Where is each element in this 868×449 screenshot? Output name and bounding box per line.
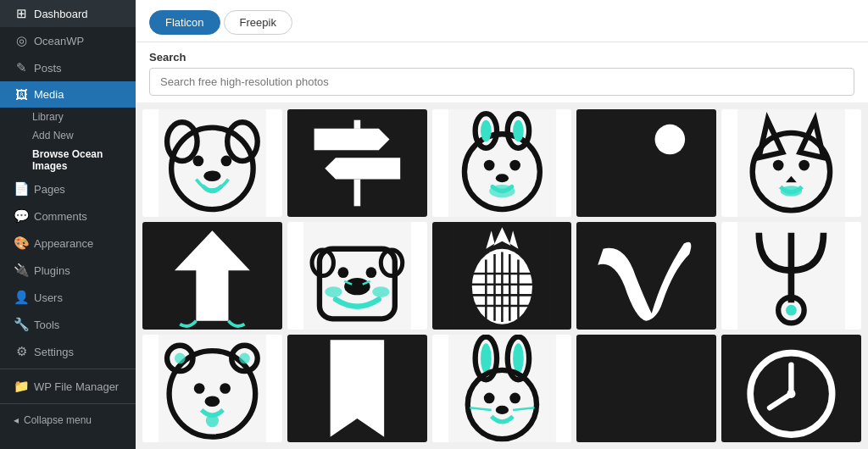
svg-point-80 <box>513 343 524 374</box>
sidebar-item-comments[interactable]: 💬 Comments <box>0 202 136 230</box>
icon-grid <box>136 103 868 449</box>
svg-point-29 <box>798 160 810 171</box>
pages-icon: 📄 <box>14 181 29 197</box>
sidebar-item-users[interactable]: 👤 Users <box>0 284 136 311</box>
media-icon: 🖼 <box>14 87 29 102</box>
main-content: Flaticon Freepik Search <box>136 0 868 449</box>
sidebar-item-tools[interactable]: 🔧 Tools <box>0 311 136 338</box>
icon-rabbit-face[interactable] <box>432 335 572 442</box>
svg-point-4 <box>193 156 204 167</box>
svg-point-73 <box>239 353 250 364</box>
filemanager-icon: 📁 <box>14 379 29 394</box>
svg-point-84 <box>495 406 508 414</box>
svg-point-83 <box>509 393 520 404</box>
sidebar-item-settings[interactable]: ⚙ Settings <box>0 338 136 365</box>
svg-point-82 <box>483 393 494 404</box>
svg-point-68 <box>194 383 205 394</box>
media-library-link[interactable]: Library <box>25 108 136 126</box>
icon-signs[interactable] <box>287 109 427 217</box>
svg-marker-9 <box>325 158 400 179</box>
users-icon: 👤 <box>14 290 29 305</box>
svg-point-16 <box>481 120 492 141</box>
svg-point-69 <box>220 383 231 394</box>
dashboard-icon: ⊞ <box>14 6 29 21</box>
search-input[interactable] <box>149 68 854 96</box>
sidebar-item-oceanwp[interactable]: ◎ OceanWP <box>0 27 136 54</box>
icon-clock[interactable] <box>721 335 861 442</box>
svg-rect-87 <box>593 335 700 442</box>
sidebar-item-dashboard[interactable]: ⊞ Dashboard <box>0 0 136 27</box>
tab-flaticon[interactable]: Flaticon <box>149 10 220 35</box>
svg-point-72 <box>175 353 186 364</box>
media-submenu: Library Add New Browse Ocean Images <box>0 108 136 175</box>
tab-bar: Flaticon Freepik <box>136 0 868 42</box>
posts-icon: ✎ <box>14 60 29 75</box>
settings-icon: ⚙ <box>14 344 29 359</box>
svg-point-38 <box>337 267 348 278</box>
icon-pineapple[interactable] <box>432 222 572 330</box>
svg-point-20 <box>495 174 508 182</box>
svg-point-6 <box>203 170 220 181</box>
sidebar-item-wpfilemanager[interactable]: 📁 WP File Manager <box>0 373 136 400</box>
sidebar-divider-2 <box>0 403 136 404</box>
svg-point-5 <box>221 156 232 167</box>
svg-point-21 <box>489 185 515 197</box>
icon-dark-square-circle[interactable] <box>576 109 716 217</box>
sidebar-item-posts[interactable]: ✎ Posts <box>0 54 136 81</box>
svg-rect-10 <box>353 180 360 207</box>
sidebar-item-pages[interactable]: 📄 Pages <box>0 175 136 202</box>
svg-point-31 <box>781 186 802 197</box>
svg-point-42 <box>372 286 389 297</box>
icon-vimeo[interactable] <box>576 222 716 330</box>
plugins-icon: 🔌 <box>14 263 29 278</box>
svg-point-79 <box>481 343 492 374</box>
svg-point-17 <box>513 120 524 141</box>
svg-rect-76 <box>448 335 555 442</box>
sidebar: ⊞ Dashboard ◎ OceanWP ✎ Posts 🖼 Media Li… <box>0 0 136 449</box>
svg-rect-22 <box>593 109 700 217</box>
svg-rect-11 <box>353 120 360 129</box>
svg-point-71 <box>206 414 219 427</box>
svg-point-28 <box>773 160 784 171</box>
icon-cat-face[interactable] <box>721 109 861 217</box>
svg-point-63 <box>786 305 797 316</box>
collapse-menu-button[interactable]: ◂ Collapse menu <box>0 407 136 433</box>
icon-dog-face[interactable] <box>142 109 282 217</box>
icon-bulldog-face[interactable] <box>287 222 427 330</box>
tab-freepik[interactable]: Freepik <box>224 10 292 35</box>
comments-icon: 💬 <box>14 208 29 224</box>
icon-bear-circle[interactable] <box>142 335 282 442</box>
sidebar-item-plugins[interactable]: 🔌 Plugins <box>0 257 136 284</box>
svg-point-19 <box>509 160 520 171</box>
search-area: Search <box>136 42 868 103</box>
svg-point-40 <box>344 278 370 295</box>
svg-point-18 <box>483 160 494 171</box>
search-label: Search <box>149 51 854 64</box>
media-browse-ocean-link[interactable]: Browse Ocean Images <box>25 145 136 175</box>
svg-point-23 <box>655 125 686 155</box>
sidebar-item-appearance[interactable]: 🎨 Appearance <box>0 230 136 257</box>
media-addnew-link[interactable]: Add New <box>25 126 136 145</box>
svg-point-70 <box>205 396 220 407</box>
sidebar-divider <box>0 369 136 369</box>
icon-bookmark[interactable] <box>287 335 427 442</box>
icon-arrow-up[interactable] <box>142 222 282 330</box>
svg-point-39 <box>365 267 376 278</box>
appearance-icon: 🎨 <box>14 236 29 251</box>
svg-point-92 <box>787 390 796 398</box>
svg-marker-8 <box>314 129 389 150</box>
svg-point-41 <box>325 286 342 297</box>
icon-stethoscope[interactable] <box>721 222 861 330</box>
icon-dark-solid[interactable] <box>576 335 716 442</box>
oceanwp-icon: ◎ <box>14 33 29 48</box>
sidebar-item-media[interactable]: 🖼 Media <box>0 81 136 108</box>
icon-bunny-face[interactable] <box>432 109 572 217</box>
tools-icon: 🔧 <box>14 317 29 332</box>
collapse-icon: ◂ <box>14 414 19 426</box>
